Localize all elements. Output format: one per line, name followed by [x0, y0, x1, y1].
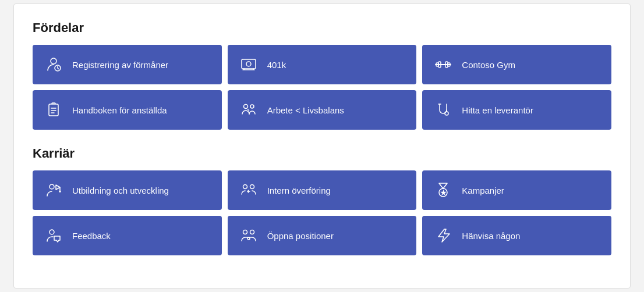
fordelar-grid: Registrering av förmåner 401k — [33, 45, 611, 130]
person-learn-icon — [43, 180, 64, 201]
tile-utbildning[interactable]: Utbildning och utveckling — [33, 170, 222, 210]
svg-point-15 — [445, 112, 448, 115]
svg-point-25 — [49, 230, 54, 234]
tile-hitta-leverantor-label: Hitta en leverantör — [462, 105, 533, 115]
people-transfer-icon — [238, 180, 259, 201]
section-fordelar-title: Fördelar — [33, 20, 611, 35]
svg-point-27 — [250, 230, 254, 234]
tile-kampanjer-label: Kampanjer — [462, 186, 504, 195]
svg-text:★: ★ — [441, 190, 445, 195]
tile-registrering[interactable]: Registrering av förmåner — [33, 45, 222, 84]
tile-401k[interactable]: 401k — [228, 45, 417, 84]
svg-point-3 — [246, 62, 251, 66]
section-karriar: Karriär Utbildning och utveckling — [33, 146, 611, 255]
tile-contoso-gym-label: Contoso Gym — [462, 60, 515, 70]
tile-feedback[interactable]: Feedback — [33, 216, 222, 255]
svg-point-14 — [250, 105, 254, 108]
tile-arbete-livsbalans-label: Arbete < Livsbalans — [267, 105, 344, 115]
tile-kampanjer[interactable]: ★ Kampanjer — [422, 170, 611, 210]
tile-oppna-positioner[interactable]: Öppna positioner — [228, 216, 417, 255]
section-fordelar: Fördelar Registrering av förmåner — [33, 20, 611, 130]
dumbbell-icon — [433, 54, 454, 75]
tile-hitta-leverantor[interactable]: Hitta en leverantör — [422, 90, 611, 130]
stethoscope-icon — [433, 99, 454, 120]
money-screen-icon — [238, 54, 259, 75]
tile-arbete-livsbalans[interactable]: Arbete < Livsbalans — [228, 90, 417, 130]
clipboard-icon — [43, 99, 64, 120]
tile-hanvisa-nagon-label: Hänvisa någon — [462, 231, 520, 241]
tile-handboken[interactable]: Handboken för anställda — [33, 90, 222, 130]
svg-point-28 — [247, 237, 250, 240]
tile-handboken-label: Handboken för anställda — [72, 105, 167, 115]
person-feedback-icon — [43, 225, 64, 246]
svg-point-0 — [51, 58, 56, 64]
section-karriar-title: Karriär — [33, 146, 611, 161]
tile-intern-overforing-label: Intern överföring — [267, 186, 331, 195]
karriar-grid: Utbildning och utveckling Intern överför… — [33, 170, 611, 255]
lightning-icon — [433, 225, 454, 246]
svg-rect-2 — [242, 59, 256, 69]
people-open-icon — [238, 225, 259, 246]
tile-contoso-gym[interactable]: Contoso Gym — [422, 45, 611, 84]
person-benefits-icon — [43, 54, 64, 75]
svg-rect-9 — [49, 104, 58, 116]
main-container: Fördelar Registrering av förmåner — [13, 3, 631, 289]
people-balance-icon — [238, 99, 259, 120]
tile-feedback-label: Feedback — [72, 231, 111, 241]
tile-hanvisa-nagon[interactable]: Hänvisa någon — [422, 216, 611, 255]
svg-line-22 — [441, 186, 443, 188]
svg-line-23 — [443, 186, 445, 188]
tile-oppna-positioner-label: Öppna positioner — [267, 231, 334, 241]
svg-point-19 — [243, 185, 247, 189]
svg-point-18 — [59, 191, 61, 192]
tile-registrering-label: Registrering av förmåner — [72, 60, 168, 70]
medal-icon: ★ — [433, 180, 454, 201]
svg-point-13 — [243, 105, 247, 109]
tile-401k-label: 401k — [267, 60, 286, 70]
svg-point-26 — [243, 230, 247, 234]
svg-point-20 — [250, 185, 254, 189]
tile-intern-overforing[interactable]: Intern överföring — [228, 170, 417, 210]
tile-utbildning-label: Utbildning och utveckling — [72, 186, 169, 195]
svg-point-17 — [49, 184, 54, 189]
